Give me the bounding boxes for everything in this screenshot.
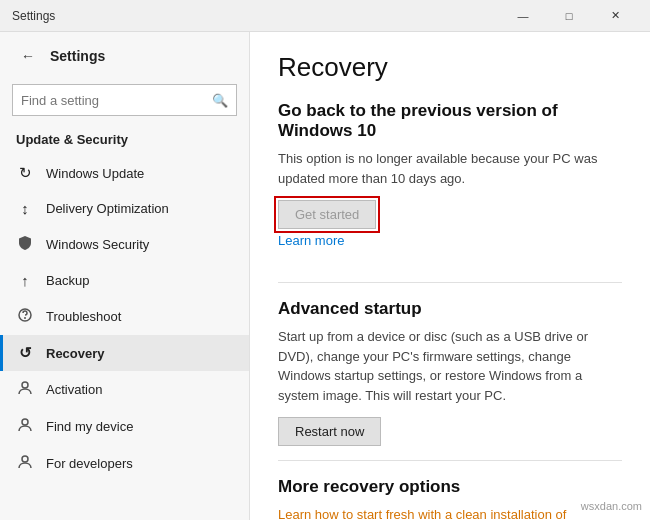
search-input[interactable] (21, 93, 206, 108)
delivery-optimization-icon: ↕ (16, 200, 34, 217)
troubleshoot-icon (16, 307, 34, 326)
close-button[interactable]: ✕ (592, 0, 638, 32)
recovery-icon: ↺ (16, 344, 34, 362)
sidebar-item-label: Windows Security (46, 237, 149, 252)
sidebar-item-windows-update[interactable]: ↻ Windows Update (0, 155, 249, 191)
titlebar-title: Settings (12, 9, 500, 23)
restart-now-button[interactable]: Restart now (278, 417, 381, 446)
search-box[interactable]: 🔍 (12, 84, 237, 116)
section-divider-1 (278, 282, 622, 283)
for-developers-icon (16, 454, 34, 473)
learn-more-link[interactable]: Learn more (278, 233, 344, 248)
app-body: ← Settings 🔍 Update & Security ↻ Windows… (0, 32, 650, 520)
sidebar-item-label: For developers (46, 456, 133, 471)
sidebar-item-label: Delivery Optimization (46, 201, 169, 216)
sidebar-item-label: Troubleshoot (46, 309, 121, 324)
sidebar-item-activation[interactable]: Activation (0, 371, 249, 408)
get-started-button[interactable]: Get started (278, 200, 376, 229)
titlebar: Settings — □ ✕ (0, 0, 650, 32)
section2-description: Start up from a device or disc (such as … (278, 327, 622, 405)
sidebar: ← Settings 🔍 Update & Security ↻ Windows… (0, 32, 250, 520)
svg-point-1 (24, 317, 26, 319)
page-title: Recovery (278, 52, 622, 83)
sidebar-item-for-developers[interactable]: For developers (0, 445, 249, 482)
maximize-button[interactable]: □ (546, 0, 592, 32)
sidebar-app-title: Settings (50, 48, 105, 64)
sidebar-item-windows-security[interactable]: Windows Security (0, 226, 249, 263)
sidebar-item-troubleshoot[interactable]: Troubleshoot (0, 298, 249, 335)
back-button[interactable]: ← (14, 42, 42, 70)
sidebar-item-label: Windows Update (46, 166, 144, 181)
sidebar-item-delivery-optimization[interactable]: ↕ Delivery Optimization (0, 191, 249, 226)
sidebar-item-label: Activation (46, 382, 102, 397)
svg-point-3 (22, 419, 28, 425)
windows-update-icon: ↻ (16, 164, 34, 182)
svg-point-4 (22, 456, 28, 462)
section2-title: Advanced startup (278, 299, 622, 319)
windows-security-icon (16, 235, 34, 254)
minimize-button[interactable]: — (500, 0, 546, 32)
content-area: Recovery Go back to the previous version… (250, 32, 650, 520)
clean-install-link[interactable]: Learn how to start fresh with a clean in… (278, 507, 566, 520)
sidebar-item-label: Find my device (46, 419, 133, 434)
search-icon: 🔍 (212, 93, 228, 108)
section1-description: This option is no longer available becau… (278, 149, 622, 188)
sidebar-section-label: Update & Security (0, 126, 249, 155)
activation-icon (16, 380, 34, 399)
titlebar-controls: — □ ✕ (500, 0, 638, 32)
sidebar-item-find-my-device[interactable]: Find my device (0, 408, 249, 445)
sidebar-item-label: Recovery (46, 346, 105, 361)
sidebar-item-recovery[interactable]: ↺ Recovery (0, 335, 249, 371)
svg-point-2 (22, 382, 28, 388)
section-divider-2 (278, 460, 622, 461)
section1-title: Go back to the previous version of Windo… (278, 101, 622, 141)
sidebar-item-label: Backup (46, 273, 89, 288)
section3-title: More recovery options (278, 477, 622, 497)
sidebar-item-backup[interactable]: ↑ Backup (0, 263, 249, 298)
sidebar-top: ← Settings (0, 32, 249, 80)
backup-icon: ↑ (16, 272, 34, 289)
find-my-device-icon (16, 417, 34, 436)
